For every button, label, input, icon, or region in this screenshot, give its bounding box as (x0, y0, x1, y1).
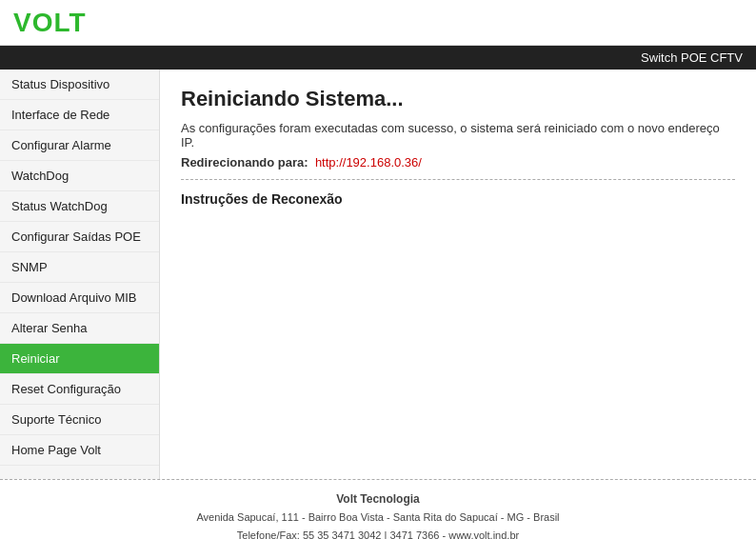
footer-company: Volt Tecnologia (0, 489, 756, 509)
sidebar-item-watchdog[interactable]: WatchDog (0, 161, 159, 191)
redirect-label: Redirecionando para: (181, 155, 308, 170)
sidebar-item-download-arquivo-mib[interactable]: Download Arquivo MIB (0, 283, 159, 313)
main-layout: Status Dispositivo Interface de Rede Con… (0, 70, 756, 479)
sidebar-item-reiniciar[interactable]: Reiniciar (0, 344, 159, 374)
footer-address: Avenida Sapucaí, 111 - Bairro Boa Vista … (0, 509, 756, 527)
sidebar-item-home-page-volt[interactable]: Home Page Volt (0, 435, 159, 466)
description-text: As configurações foram executadas com su… (181, 121, 735, 150)
page-title: Reiniciando Sistema... (181, 87, 735, 111)
instructions-title: Instruções de Reconexão (181, 191, 735, 207)
divider (181, 179, 735, 180)
sidebar-item-configurar-alarme[interactable]: Configurar Alarme (0, 130, 159, 161)
sidebar-item-interface-de-rede[interactable]: Interface de Rede (0, 100, 159, 130)
footer-phone: Telefone/Fax: 55 35 3471 3042 | 3471 736… (0, 527, 756, 539)
footer: Volt Tecnologia Avenida Sapucaí, 111 - B… (0, 479, 756, 539)
top-bar-label: Switch POE CFTV (641, 50, 743, 65)
sidebar-item-snmp[interactable]: SNMP (0, 252, 159, 283)
sidebar-item-reset-configuracao[interactable]: Reset Configuração (0, 374, 159, 405)
redirect-line: Redirecionando para: http://192.168.0.36… (181, 155, 735, 170)
main-content: Reiniciando Sistema... As configurações … (160, 70, 756, 479)
sidebar-item-suporte-tecnico[interactable]: Suporte Técnico (0, 405, 159, 435)
sidebar-item-configurar-saidas-poe[interactable]: Configurar Saídas POE (0, 222, 159, 252)
sidebar-item-alterar-senha[interactable]: Alterar Senha (0, 313, 159, 344)
sidebar: Status Dispositivo Interface de Rede Con… (0, 70, 160, 479)
sidebar-item-status-dispositivo[interactable]: Status Dispositivo (0, 70, 159, 100)
redirect-url[interactable]: http://192.168.0.36/ (315, 155, 422, 170)
sidebar-item-status-watchdog[interactable]: Status WatchDog (0, 191, 159, 222)
top-bar: Switch POE CFTV (0, 46, 756, 70)
header: VOLT (0, 0, 756, 46)
logo: VOLT (13, 8, 87, 38)
